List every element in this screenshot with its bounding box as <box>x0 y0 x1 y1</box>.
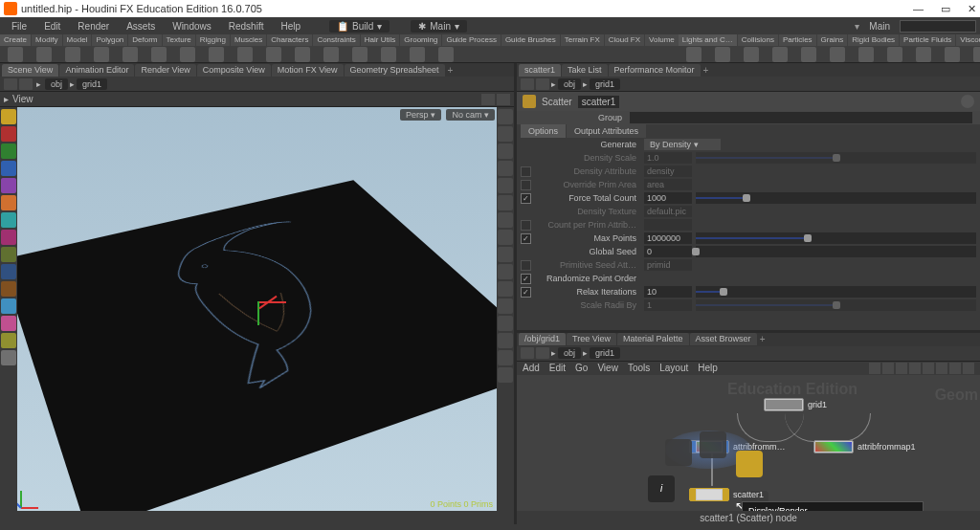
net-tab-1[interactable]: Tree View <box>567 333 616 345</box>
shelf-left-tab-12[interactable]: Guide Process <box>442 34 500 46</box>
select-generate[interactable]: By Density ▾ <box>644 139 721 150</box>
shelf-left-tab-2[interactable]: Model <box>63 34 92 46</box>
menu-help[interactable]: Help <box>273 20 308 33</box>
left-tool-8[interactable] <box>1 247 16 262</box>
shelf-left-tab-11[interactable]: Grooming <box>400 34 441 46</box>
shelf-right-icon-0[interactable] <box>686 47 702 62</box>
net-nav-fwd[interactable] <box>536 347 549 359</box>
shelf-right-icon-6[interactable] <box>858 47 874 62</box>
shelf-left-icon-4[interactable] <box>122 47 138 62</box>
shelf-left-tab-1[interactable]: Modify <box>32 34 62 46</box>
parm-nav-back[interactable] <box>521 78 534 90</box>
shelf-left-tab-9[interactable]: Constraints <box>313 34 359 46</box>
checkbox-dattr[interactable] <box>521 166 531 177</box>
checkbox-ftotal[interactable]: ✓ <box>521 193 531 204</box>
field-gseed[interactable]: 0 <box>644 246 692 257</box>
right-tool-7[interactable] <box>498 230 513 245</box>
shelf-right-icon-4[interactable] <box>801 47 816 62</box>
right-top-tab-add[interactable]: + <box>703 65 709 76</box>
shelf-right-tab-0[interactable]: Lights and C… <box>679 34 737 46</box>
group-input[interactable] <box>630 112 972 123</box>
parm-tab-output[interactable]: Output Attributes <box>567 124 646 138</box>
shelf-left-tab-13[interactable]: Guide Brushes <box>501 34 560 46</box>
shelf-left-tab-7[interactable]: Muscles <box>231 34 266 46</box>
shelf-right-icon-1[interactable] <box>715 47 730 62</box>
shelf-right-tab-6[interactable]: Viscous Fluids <box>956 34 980 46</box>
left-tool-3[interactable] <box>1 161 16 176</box>
field-pseed[interactable]: primid <box>644 259 692 271</box>
field-cppa[interactable] <box>644 219 692 231</box>
shelf-left-tab-8[interactable]: Characters <box>267 34 312 46</box>
nav-back-button[interactable] <box>4 78 17 90</box>
right-tool-10[interactable] <box>498 281 513 297</box>
right-tool-15[interactable] <box>498 367 513 383</box>
parm-path-grid[interactable]: grid1 <box>590 78 620 90</box>
view-expand-button[interactable] <box>497 94 510 105</box>
right-tool-8[interactable] <box>498 247 513 262</box>
shelf-left-icon-5[interactable] <box>151 47 167 62</box>
persp-dropdown[interactable]: Persp ▾ <box>400 109 441 121</box>
field-dtex[interactable]: default.pic <box>644 206 692 217</box>
nav-main-label[interactable]: Main <box>869 21 890 32</box>
shelf-left-tab-3[interactable]: Polygon <box>92 34 127 46</box>
left-tool-1[interactable] <box>1 126 16 142</box>
net-nav-back[interactable] <box>521 347 534 359</box>
slider-relax[interactable] <box>696 286 976 298</box>
shelf-right-icon-8[interactable] <box>916 47 931 62</box>
checkbox-rand[interactable]: ✓ <box>521 274 531 284</box>
nav-fwd-button[interactable] <box>19 78 33 90</box>
checkbox-pseed[interactable] <box>521 260 531 271</box>
shelf-right-tab-3[interactable]: Grains <box>817 34 848 46</box>
slider-ftotal[interactable] <box>696 192 976 204</box>
shelf-left-icon-0[interactable] <box>8 47 23 62</box>
right-tool-1[interactable] <box>498 126 513 142</box>
left-tool-11[interactable] <box>1 298 16 314</box>
left-pane-tab-3[interactable]: Composite View <box>197 64 271 77</box>
slider-dscale[interactable] <box>696 152 976 164</box>
slider-maxp[interactable] <box>696 232 976 244</box>
menu-render[interactable]: Render <box>70 20 117 33</box>
shelf-left-icon-7[interactable] <box>209 47 224 62</box>
left-tool-9[interactable] <box>1 264 16 279</box>
left-tool-7[interactable] <box>1 230 16 245</box>
net-menu-add[interactable]: Add <box>523 363 540 373</box>
left-pane-tab-add[interactable]: + <box>448 65 454 76</box>
right-tool-5[interactable] <box>498 195 513 210</box>
shelf-left-icon-14[interactable] <box>410 47 425 62</box>
shelf-left-tab-14[interactable]: Terrain FX <box>561 34 604 46</box>
window-minimize-icon[interactable]: — <box>913 3 924 15</box>
shelf-left-icon-13[interactable] <box>381 47 396 62</box>
network-canvas[interactable]: Education Edition Geom grid1 attribfromm… <box>517 375 980 512</box>
shelf-right-icon-7[interactable] <box>887 47 902 62</box>
left-pane-tab-1[interactable]: Animation Editor <box>59 64 134 77</box>
right-tool-11[interactable] <box>498 298 513 314</box>
net-menu-edit[interactable]: Edit <box>549 363 566 373</box>
shelf-left-icon-10[interactable] <box>295 47 310 62</box>
shelf-right-icon-10[interactable] <box>973 47 980 62</box>
shelf-right-icon-2[interactable] <box>744 47 759 62</box>
checkbox-oprim[interactable] <box>521 180 531 190</box>
shelf-left-tab-5[interactable]: Texture <box>163 34 195 46</box>
desktop-dropdown[interactable]: 📋 Build ▾ <box>329 20 390 33</box>
right-tool-2[interactable] <box>498 144 513 159</box>
right-tool-9[interactable] <box>498 264 513 279</box>
left-tool-6[interactable] <box>1 212 16 228</box>
viewport-3d[interactable]: Persp ▾ No cam ▾ <box>17 107 497 511</box>
checkbox-relax[interactable]: ✓ <box>521 287 531 298</box>
window-close-icon[interactable]: ✕ <box>968 3 976 15</box>
net-tab-2[interactable]: Material Palette <box>617 333 689 345</box>
field-oprim[interactable]: area <box>644 179 692 190</box>
shelf-left-tab-4[interactable]: Deform <box>128 34 161 46</box>
info-icon[interactable]: i <box>648 475 675 502</box>
shelf-left-icon-9[interactable] <box>266 47 281 62</box>
path-grid[interactable]: grid1 <box>77 78 107 90</box>
shelf-left-tab-16[interactable]: Volume <box>645 34 679 46</box>
right-tool-12[interactable] <box>498 316 513 331</box>
shelf-right-icon-5[interactable] <box>830 47 845 62</box>
net-tab-add[interactable]: + <box>760 334 766 344</box>
gear-icon[interactable] <box>961 95 974 108</box>
net-tab-3[interactable]: Asset Browser <box>690 333 757 345</box>
menu-assets[interactable]: Assets <box>119 20 163 33</box>
menu-file[interactable]: File <box>4 20 34 33</box>
net-tab-0[interactable]: /obj/grid1 <box>519 333 566 345</box>
